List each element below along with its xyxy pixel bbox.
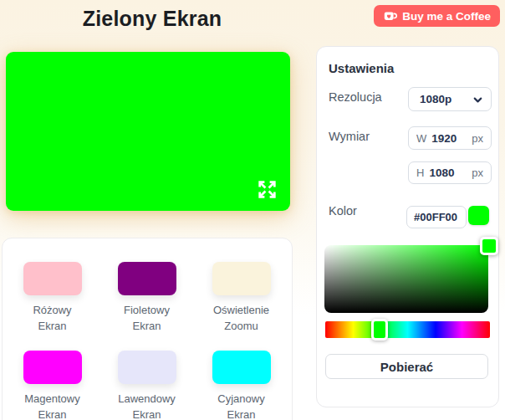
hex-color-input[interactable]	[414, 211, 459, 223]
swatch-label: LawendowyEkran	[118, 391, 176, 420]
swatch-item-magentowy[interactable]: MagentowyEkran	[23, 351, 82, 420]
swatch-item-oswietlenie-zoomu[interactable]: OświetlenieZoomu	[212, 262, 271, 334]
width-unit: px	[472, 132, 483, 145]
dimension-label: Wymiar	[329, 130, 370, 143]
saturation-handle[interactable]	[480, 237, 498, 255]
coffee-cup-icon	[383, 9, 397, 23]
fullscreen-expand-button[interactable]	[256, 178, 278, 201]
height-input[interactable]	[429, 166, 467, 179]
green-screen-preview[interactable]	[6, 52, 290, 211]
buy-me-a-coffee-label: Buy me a Coffee	[402, 10, 491, 23]
chevron-down-icon	[472, 94, 484, 110]
saturation-picker-area[interactable]	[324, 245, 488, 313]
swatch-color[interactable]	[23, 262, 82, 295]
expand-arrows-icon	[256, 191, 278, 203]
hex-color-field	[406, 206, 467, 228]
swatch-color[interactable]	[118, 351, 176, 384]
hue-slider-handle[interactable]	[371, 319, 388, 341]
swatch-item-rozowy[interactable]: RóżowyEkran	[23, 262, 82, 334]
swatch-item-fioletowy[interactable]: FioletowyEkran	[118, 262, 176, 334]
swatch-label: MagentowyEkran	[23, 391, 82, 420]
width-input[interactable]	[431, 132, 467, 145]
height-field: H px	[408, 161, 492, 184]
buy-me-a-coffee-button[interactable]: Buy me a Coffee	[374, 5, 500, 27]
swatch-item-lawendowy[interactable]: LawendowyEkran	[118, 351, 176, 420]
page-title: Zielony Ekran	[0, 7, 304, 31]
swatch-color[interactable]	[23, 351, 82, 384]
height-prefix: H	[416, 166, 424, 179]
width-field: W px	[408, 126, 492, 150]
swatch-label: FioletowyEkran	[118, 302, 176, 334]
download-button[interactable]: Pobierać	[325, 354, 488, 379]
swatch-color[interactable]	[212, 351, 271, 384]
hue-slider[interactable]	[325, 321, 490, 338]
width-prefix: W	[416, 132, 426, 145]
settings-title: Ustawienia	[329, 61, 394, 75]
settings-panel: Ustawienia Rezolucja 1080p Wymiar W px H…	[316, 46, 499, 407]
swatch-label: OświetlenieZoomu	[212, 302, 271, 334]
swatch-label: CyjanowyEkran	[212, 391, 271, 420]
height-unit: px	[472, 166, 483, 179]
swatch-item-cyjanowy[interactable]: CyjanowyEkran	[212, 351, 271, 420]
swatch-color[interactable]	[212, 262, 271, 295]
preset-swatches-panel: RóżowyEkran FioletowyEkran OświetlenieZo…	[2, 238, 293, 420]
resolution-label: Rezolucja	[329, 90, 382, 104]
color-label: Kolor	[329, 204, 357, 218]
resolution-selected-value: 1080p	[409, 93, 451, 105]
resolution-select[interactable]: 1080p	[408, 87, 492, 111]
swatch-color[interactable]	[118, 262, 176, 295]
swatch-label: RóżowyEkran	[23, 302, 82, 334]
current-color-swatch[interactable]	[468, 206, 489, 225]
